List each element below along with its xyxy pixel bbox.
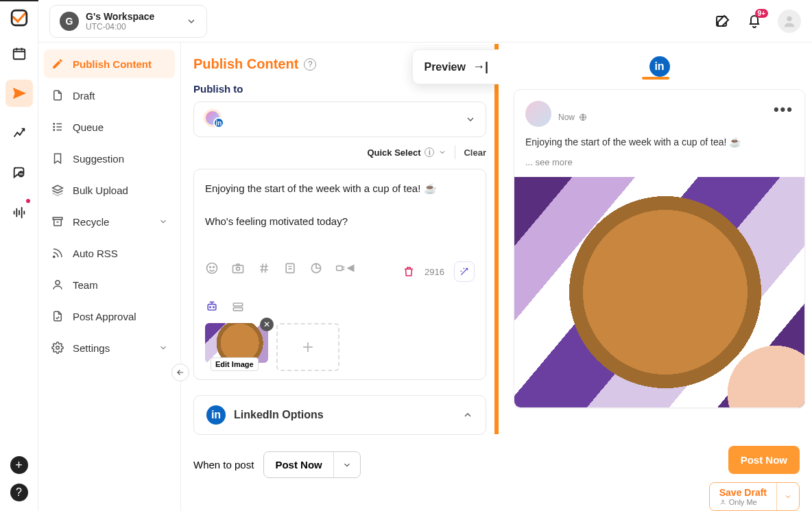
compose-box: Enjoying the start of the week with a cu… [193, 169, 486, 380]
compose-icon[interactable] [715, 13, 731, 29]
chevron-down-icon [186, 16, 197, 27]
page-title: Publish Content [193, 56, 298, 72]
linkedin-options-label: LinkedIn Options [234, 409, 324, 421]
sidebar-item-label: Bulk Upload [73, 185, 128, 196]
save-draft-button[interactable]: Save Draft Only Me [709, 482, 800, 511]
sidebar-item-label: Team [73, 279, 98, 291]
compose-textarea[interactable]: Enjoying the start of the week with a cu… [205, 180, 475, 249]
see-more-link[interactable]: ... see more [525, 157, 793, 167]
chevron-down-icon [334, 453, 360, 477]
sidebar-item-team[interactable]: Team [44, 270, 175, 299]
svg-rect-19 [337, 266, 342, 271]
emoji-icon[interactable] [205, 261, 219, 275]
save-draft-dropdown[interactable] [776, 483, 799, 510]
media-thumbnail[interactable]: ✕ Edit Image [205, 323, 268, 371]
linkedin-options-panel[interactable]: in LinkedIn Options [193, 395, 486, 435]
sidebar-item-auto-rss[interactable]: Auto RSS [44, 239, 175, 268]
svg-point-13 [210, 267, 211, 268]
globe-icon [579, 113, 587, 121]
chevron-down-icon [465, 114, 476, 125]
user-avatar[interactable] [778, 10, 801, 33]
svg-point-10 [56, 281, 60, 285]
svg-point-4 [787, 16, 791, 21]
sidebar-item-suggestion[interactable]: Suggestion [44, 144, 175, 173]
user-icon [719, 499, 726, 506]
post-image [514, 177, 804, 407]
trash-icon[interactable] [403, 265, 415, 278]
sidebar-item-settings[interactable]: Settings [44, 333, 175, 362]
add-media-button[interactable]: + [276, 323, 339, 371]
chevron-down-icon [158, 343, 168, 353]
svg-rect-1 [13, 49, 25, 60]
ai-robot-icon[interactable] [205, 300, 219, 313]
when-to-post-value: Post Now [264, 452, 333, 477]
app-logo [10, 8, 29, 27]
user-icon [51, 278, 64, 291]
bell-icon[interactable]: 9+ [746, 13, 763, 29]
chart-icon[interactable] [309, 261, 323, 275]
sidebar-item-draft[interactable]: Draft [44, 81, 175, 110]
post-author-avatar [525, 101, 551, 127]
sidebar-item-recycle[interactable]: Recycle [44, 207, 175, 236]
chevron-down-icon[interactable] [438, 148, 446, 156]
rail-audio-dot [26, 199, 30, 203]
selected-accounts: in [204, 109, 228, 130]
rail-chat-icon[interactable] [5, 159, 33, 187]
divider [455, 145, 455, 159]
svg-point-2 [18, 171, 24, 177]
rail-analytics-icon[interactable] [5, 119, 33, 147]
rail-help-button[interactable]: ? [10, 484, 28, 501]
post-now-button[interactable]: Post Now [728, 446, 800, 474]
bookmark-icon [51, 152, 64, 165]
sidebar-item-label: Draft [73, 90, 95, 102]
info-icon[interactable]: i [425, 147, 434, 157]
editor-pane: Preview →| Publish Content ? Publish to … [181, 44, 499, 511]
scroll-indicator[interactable] [494, 44, 499, 434]
template-icon[interactable] [283, 261, 297, 275]
draft-visibility: Only Me [729, 498, 757, 506]
workspace-switcher[interactable]: G G's Workspace UTC-04:00 [49, 5, 207, 38]
sidebar-item-publish-content[interactable]: Publish Content [44, 49, 175, 78]
sidebar-item-label: Recycle [73, 216, 109, 228]
sidebar-item-bulk-upload[interactable]: Bulk Upload [44, 176, 175, 204]
file-check-icon [51, 310, 64, 322]
plug-icon[interactable] [335, 261, 356, 275]
pencil-icon [51, 58, 64, 70]
hashtag-icon[interactable] [257, 261, 271, 275]
when-to-post-select[interactable]: Post Now [263, 451, 360, 478]
save-draft-label: Save Draft [719, 487, 767, 498]
post-more-button[interactable]: ••• [774, 101, 793, 119]
svg-point-6 [53, 126, 55, 128]
publish-to-selector[interactable]: in [193, 102, 486, 137]
rail-calendar-icon[interactable] [5, 40, 33, 67]
svg-point-5 [53, 123, 55, 125]
sidebar-item-post-approval[interactable]: Post Approval [44, 302, 175, 331]
preview-tab-linkedin[interactable]: in [649, 56, 670, 77]
main-area: Preview →| Publish Content ? Publish to … [181, 44, 812, 511]
icon-rail: + ? [0, 1, 38, 511]
svg-point-21 [210, 307, 211, 308]
rail-audio-icon[interactable] [5, 199, 33, 226]
post-preview-card: Now ••• Enjoying the start of the week w… [514, 89, 805, 408]
svg-rect-8 [53, 217, 62, 219]
list-icon [51, 121, 64, 133]
gear-icon [51, 342, 64, 354]
svg-rect-15 [233, 265, 243, 273]
svg-rect-24 [233, 308, 242, 311]
collapse-sidebar-button[interactable] [171, 364, 189, 381]
quick-select-label[interactable]: Quick Select [367, 147, 420, 158]
clear-button[interactable]: Clear [464, 147, 486, 158]
remove-media-button[interactable]: ✕ [260, 318, 274, 331]
rail-publish-icon[interactable] [5, 80, 33, 107]
preview-toggle-tab[interactable]: Preview →| [412, 49, 499, 84]
edit-image-button[interactable]: Edit Image [211, 357, 259, 371]
sidebar-item-label: Post Approval [73, 311, 136, 322]
rail-add-button[interactable]: + [10, 456, 28, 474]
help-icon[interactable]: ? [304, 58, 316, 71]
post-author-name [558, 101, 587, 110]
sidebar-item-label: Queue [73, 121, 104, 133]
sidebar-item-queue[interactable]: Queue [44, 112, 175, 141]
magic-wand-icon[interactable] [454, 261, 475, 282]
rows-icon[interactable] [231, 300, 245, 313]
camera-icon[interactable] [231, 261, 245, 275]
